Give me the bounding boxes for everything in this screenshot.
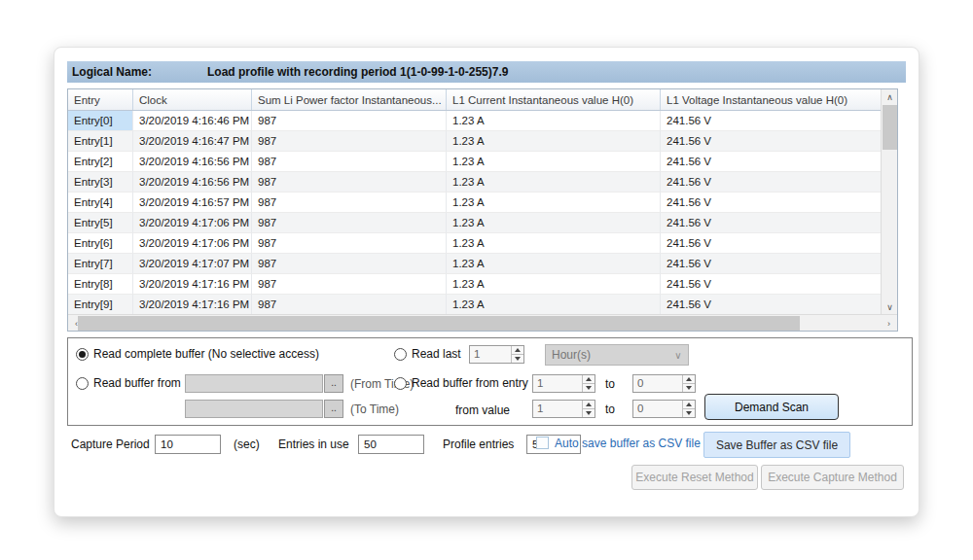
table-cell[interactable]: 1.23 A (447, 254, 661, 274)
column-header[interactable]: Sum Li Power factor Instantaneous... (252, 89, 447, 110)
table-cell[interactable]: 241.56 V (661, 295, 881, 315)
spin-down-icon[interactable] (512, 354, 523, 363)
column-header[interactable]: Clock (133, 89, 252, 110)
execute-capture-method-button[interactable]: Execute Capture Method (761, 465, 904, 490)
table-cell[interactable]: 987 (252, 295, 447, 315)
table-cell[interactable]: 241.56 V (661, 233, 881, 254)
table-cell[interactable]: 987 (252, 254, 447, 274)
table-cell[interactable]: 241.56 V (661, 192, 881, 213)
column-header[interactable]: L1 Current Instantaneous value H(0) (447, 89, 661, 110)
table-cell[interactable]: 3/20/2019 4:16:56 PM (133, 172, 252, 192)
radio-read-buffer-from[interactable] (76, 377, 89, 390)
table-cell[interactable]: 1.23 A (447, 213, 661, 233)
table-cell[interactable]: Entry[1] (68, 131, 133, 152)
table-cell[interactable]: Entry[5] (68, 213, 133, 233)
table-cell[interactable]: 987 (252, 233, 447, 254)
table-cell[interactable]: 3/20/2019 4:17:16 PM (133, 274, 252, 295)
auto-save-csv-checkbox[interactable] (536, 437, 549, 449)
table-cell[interactable]: 987 (252, 192, 447, 213)
table-cell[interactable]: Entry[7] (68, 254, 133, 274)
table-cell[interactable]: Entry[0] (68, 111, 133, 131)
table-cell[interactable]: 1.23 A (447, 172, 661, 192)
entry-from-spinner[interactable]: 1 (532, 374, 595, 393)
table-cell[interactable]: 3/20/2019 4:16:57 PM (133, 192, 252, 213)
execute-reset-method-button[interactable]: Execute Reset Method (631, 465, 758, 490)
table-cell[interactable]: 3/20/2019 4:17:06 PM (133, 233, 252, 254)
save-buffer-csv-button[interactable]: Save Buffer as CSV file (703, 432, 850, 458)
value-from-spinner[interactable]: 1 (532, 400, 595, 418)
to-time-input[interactable] (185, 400, 323, 418)
table-cell[interactable]: 3/20/2019 4:16:56 PM (133, 152, 252, 172)
table-cell[interactable]: 987 (252, 274, 447, 295)
table-row[interactable]: Entry[7]3/20/2019 4:17:07 PM9871.23 A241… (68, 254, 881, 274)
table-cell[interactable]: 3/20/2019 4:17:06 PM (133, 213, 252, 233)
table-cell[interactable]: 241.56 V (661, 152, 881, 172)
table-cell[interactable]: 1.23 A (447, 111, 661, 131)
from-time-browse-button[interactable]: .. (324, 374, 343, 393)
table-cell[interactable]: 1.23 A (447, 233, 661, 254)
spin-down-icon[interactable] (683, 408, 695, 417)
entries-in-use-input[interactable]: 50 (358, 435, 424, 454)
table-cell[interactable]: 241.56 V (661, 111, 881, 131)
scroll-right-icon[interactable]: › (881, 315, 897, 332)
vertical-scroll-thumb[interactable] (883, 105, 897, 150)
table-cell[interactable]: 1.23 A (447, 295, 661, 315)
table-row[interactable]: Entry[2]3/20/2019 4:16:56 PM9871.23 A241… (68, 152, 881, 172)
table-cell[interactable]: 241.56 V (661, 131, 881, 152)
spin-up-icon[interactable] (683, 401, 695, 408)
spin-down-icon[interactable] (683, 383, 695, 392)
table-row[interactable]: Entry[9]3/20/2019 4:17:16 PM9871.23 A241… (68, 295, 881, 315)
capture-period-input[interactable]: 10 (155, 435, 221, 454)
table-cell[interactable]: 1.23 A (447, 152, 661, 172)
radio-read-buffer-from-entry[interactable] (394, 377, 407, 390)
table-cell[interactable]: 1.23 A (447, 131, 661, 152)
scroll-up-icon[interactable]: ∧ (882, 89, 898, 105)
spin-up-icon[interactable] (583, 401, 595, 408)
table-row[interactable]: Entry[6]3/20/2019 4:17:06 PM9871.23 A241… (68, 233, 881, 254)
column-header[interactable]: Entry (68, 89, 133, 110)
table-cell[interactable]: 1.23 A (447, 274, 661, 295)
spin-up-icon[interactable] (583, 375, 595, 383)
table-cell[interactable]: 987 (252, 111, 447, 131)
radio-read-complete-buffer[interactable] (76, 348, 89, 361)
value-to-spinner[interactable]: 0 (632, 400, 696, 418)
table-cell[interactable]: 241.56 V (661, 213, 881, 233)
table-cell[interactable]: 241.56 V (661, 172, 881, 192)
table-cell[interactable]: Entry[3] (68, 172, 133, 192)
horizontal-scroll-thumb[interactable] (78, 316, 800, 331)
table-row[interactable]: Entry[8]3/20/2019 4:17:16 PM9871.23 A241… (68, 274, 881, 295)
table-cell[interactable]: 3/20/2019 4:17:16 PM (133, 295, 252, 315)
table-cell[interactable]: Entry[9] (68, 295, 133, 315)
to-time-browse-button[interactable]: .. (324, 400, 343, 418)
table-row[interactable]: Entry[3]3/20/2019 4:16:56 PM9871.23 A241… (68, 172, 881, 192)
table-row[interactable]: Entry[0]3/20/2019 4:16:46 PM9871.23 A241… (68, 111, 881, 131)
table-cell[interactable]: Entry[2] (68, 152, 133, 172)
read-last-spinner[interactable]: 1 (469, 345, 524, 364)
vertical-scrollbar[interactable]: ∧ ∨ (881, 89, 897, 315)
entry-to-spinner[interactable]: 0 (632, 374, 696, 393)
read-last-unit-dropdown[interactable]: Hour(s) ∨ (545, 344, 689, 366)
spin-up-icon[interactable] (683, 375, 695, 383)
table-cell[interactable]: 3/20/2019 4:16:46 PM (133, 111, 252, 131)
table-cell[interactable]: 987 (252, 131, 447, 152)
table-cell[interactable]: 241.56 V (661, 274, 881, 295)
table-cell[interactable]: 987 (252, 213, 447, 233)
table-cell[interactable]: 241.56 V (661, 254, 881, 274)
table-row[interactable]: Entry[1]3/20/2019 4:16:47 PM9871.23 A241… (68, 131, 881, 152)
table-cell[interactable]: 987 (252, 172, 447, 192)
table-cell[interactable]: Entry[6] (68, 233, 133, 254)
table-cell[interactable]: 3/20/2019 4:17:07 PM (133, 254, 252, 274)
demand-scan-button[interactable]: Demand Scan (704, 394, 839, 420)
spin-down-icon[interactable] (583, 408, 595, 417)
table-cell[interactable]: Entry[4] (68, 192, 133, 213)
scroll-down-icon[interactable]: ∨ (882, 299, 898, 315)
table-cell[interactable]: Entry[8] (68, 274, 133, 295)
table-row[interactable]: Entry[4]3/20/2019 4:16:57 PM9871.23 A241… (68, 192, 881, 213)
spin-up-icon[interactable] (512, 346, 523, 354)
table-cell[interactable]: 3/20/2019 4:16:47 PM (133, 131, 252, 152)
radio-read-last[interactable] (394, 348, 407, 361)
table-cell[interactable]: 1.23 A (447, 192, 661, 213)
column-header[interactable]: L1 Voltage Instantaneous value H(0) (661, 89, 881, 110)
table-cell[interactable]: 987 (252, 152, 447, 172)
from-time-input[interactable] (185, 374, 323, 393)
